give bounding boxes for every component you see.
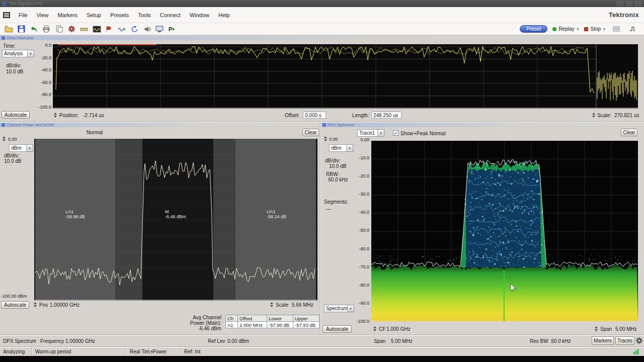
db-div-value[interactable]: 10.0 dB [6,69,23,74]
scale-value[interactable]: 270.821 us [614,113,639,118]
stop-button[interactable]: Stop▼ [584,26,606,32]
plot-marker-label[interactable]: M [165,209,169,214]
menu-item-tools[interactable]: Tools [133,11,155,20]
replay-loop-icon[interactable] [129,24,140,34]
avg-power-label-1: Avg Channel [166,315,221,320]
display-icon[interactable] [154,24,165,34]
undo-icon[interactable] [28,24,39,34]
menu-item-markers[interactable]: Markers [53,11,82,20]
settings-gear-icon[interactable] [635,337,643,344]
reflev-value[interactable]: 0.00 dBm [227,338,249,344]
cf-spinner[interactable] [372,326,377,332]
settings-gear-icon[interactable] [66,24,77,34]
acpr-scale-spinner[interactable] [269,302,274,308]
pos-spinner[interactable] [33,302,37,308]
stop-icon [584,27,588,31]
reflevel-spinner[interactable] [2,136,6,142]
menu-item-file[interactable]: File [14,11,32,20]
spectrum-select[interactable]: Spectrum [324,305,354,312]
acpr-plot[interactable]: LA1-58.98 dBM-6.46 dBmUA1-58.24 dB [34,139,317,301]
db-div-value[interactable]: 10.0 dB [4,158,21,164]
acpr-clear-button[interactable]: Clear [302,129,319,136]
chevron-down-icon: ▼ [577,28,580,31]
menu-item-setup[interactable]: Setup [82,11,106,20]
preset-button[interactable]: Preset [520,25,547,33]
dpx-unit-select[interactable]: dBm [329,144,353,152]
dpx-reflevel-spinner[interactable] [323,136,328,142]
acpr-unit-select[interactable]: dBm [9,144,33,152]
offset-field[interactable]: 0.000 s [303,112,326,119]
plot-marker-label[interactable]: LA1 [65,209,73,214]
menu-item-view[interactable]: View [32,11,53,20]
close-button[interactable] [634,1,642,6]
y-tick-label: -60.0 [32,80,51,85]
dpx-top-value[interactable]: 0.00 [329,137,338,142]
table-header: Offset [238,315,267,322]
autoscale-button[interactable]: Autoscale [1,301,29,309]
table-cell: -57.90 dB [267,322,293,328]
trace-select[interactable]: Trace1 [357,129,384,137]
status-separator [126,348,126,355]
segments-value[interactable]: --- [326,206,331,212]
pos-value[interactable]: 1.00000 GHz [50,302,79,308]
menu-item-window[interactable]: Window [185,11,214,20]
play-p-icon[interactable]: P [167,24,178,34]
minimize-button[interactable] [616,1,624,6]
taskbar[interactable] [0,356,644,362]
markers-button[interactable]: Markers [592,336,614,345]
span-spinner[interactable] [594,326,598,332]
marker-icon[interactable] [104,24,115,34]
replay-button[interactable]: Replay▼ [552,26,579,32]
frequency-value[interactable]: 1.00000 GHz [65,338,95,344]
autoscale-button[interactable]: Autoscale [2,111,30,119]
dpx-clear-button[interactable]: Clear [621,129,637,136]
print-icon[interactable] [41,24,52,34]
autoscale-button[interactable]: Autoscale [323,325,352,333]
length-field[interactable]: 248.250 us [371,112,401,119]
acpr-scale-value[interactable]: 5.66 MHz [292,302,313,308]
position-value[interactable]: -2.714 us [83,113,104,118]
waveform-icon[interactable] [91,24,102,34]
acpr-header[interactable]: Channel Power and ACPR [0,123,320,127]
audio-icon[interactable] [141,24,152,34]
save-icon[interactable] [16,24,27,34]
y-tick-label: -90.0 [352,301,369,306]
plot-marker-label[interactable]: UA1 [267,209,276,214]
position-spinner[interactable] [53,112,57,118]
acpr-trace-label[interactable]: Normal [87,130,103,135]
maximize-button[interactable] [625,1,633,6]
resbw-value[interactable]: 50.0 kHz [551,338,571,344]
acquisition-icon[interactable] [611,24,622,34]
scale-spinner[interactable] [591,112,596,118]
table-row: A12.000 MHz-57.90 dB-57.93 dB [226,322,319,328]
span-value[interactable]: 5.00 MHz [615,326,637,332]
menu-item-presets[interactable]: Presets [106,11,133,20]
ruler-icon[interactable] [78,24,90,34]
open-file-icon[interactable] [3,24,14,34]
panel-splitter[interactable] [320,123,320,334]
status-ref: Ref: Int [184,349,200,354]
menu-item-connect[interactable]: Connect [155,11,185,20]
cf-value[interactable]: 1.000 GHz [386,326,411,332]
wave-add-icon[interactable] [116,24,127,34]
acpr-top-value[interactable]: 0.00 [8,137,17,142]
rbw-value[interactable]: 50.0 kHz [328,177,348,183]
avg-power-value: -6.46 dBm [166,326,221,331]
time-overview-plot[interactable] [53,44,638,109]
cf-label: CF [379,326,385,332]
menu-item-help[interactable]: Help [214,11,234,20]
span-setting-value[interactable]: 5.00 MHz [391,338,413,344]
dpx-plot[interactable] [371,141,638,322]
dpx-header[interactable]: DPX Spectrum [321,123,644,127]
acpr-bottom-value: -100.00 dBm [1,294,27,299]
position-label: Position: [59,113,78,118]
analysis-select[interactable]: Analysis [2,50,34,57]
table-header: Ch [226,315,238,322]
copy-icon[interactable] [53,24,64,34]
traces-button[interactable]: Traces [615,336,634,345]
db-div-value[interactable]: 10.0 dB [329,163,346,169]
time-overview-header[interactable]: Time Overview [0,36,644,40]
app-menu-icon[interactable] [3,12,10,18]
trigger-icon[interactable] [627,24,638,34]
show-checkbox[interactable] [393,130,398,136]
